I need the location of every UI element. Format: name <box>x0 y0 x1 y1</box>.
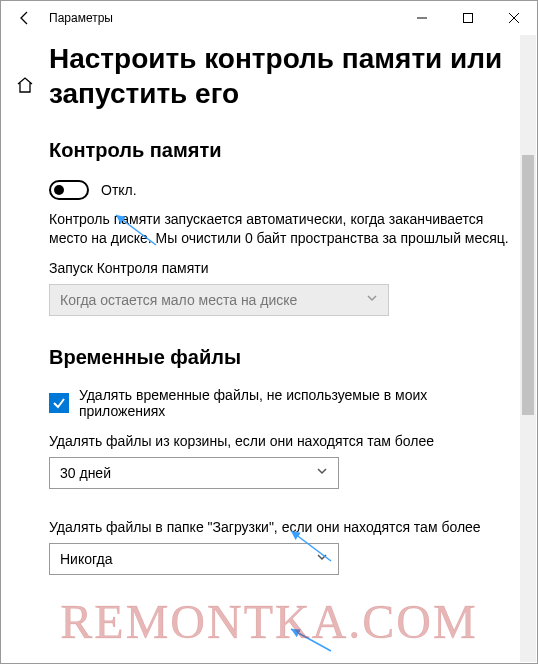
downloads-dropdown[interactable]: Никогда <box>49 543 339 575</box>
run-storage-sense-dropdown: Когда остается мало места на диске <box>49 284 389 316</box>
storage-sense-toggle-label: Откл. <box>101 182 137 198</box>
chevron-down-icon <box>316 551 328 566</box>
storage-sense-description: Контроль памяти запускается автоматическ… <box>49 210 515 248</box>
vertical-scrollbar[interactable] <box>520 35 536 662</box>
chevron-down-icon <box>316 465 328 480</box>
storage-sense-heading: Контроль памяти <box>49 139 515 162</box>
run-storage-sense-value: Когда остается мало места на диске <box>60 292 297 308</box>
delete-temp-files-checkbox[interactable] <box>49 393 69 413</box>
back-button[interactable] <box>11 4 39 32</box>
home-button[interactable] <box>5 65 45 105</box>
page-title: Настроить контроль памяти или запустить … <box>49 41 515 111</box>
storage-sense-toggle[interactable] <box>49 180 89 200</box>
svg-rect-1 <box>464 14 473 23</box>
chevron-down-icon <box>366 292 378 307</box>
maximize-button[interactable] <box>445 1 491 35</box>
recycle-bin-value: 30 дней <box>60 465 111 481</box>
minimize-button[interactable] <box>399 1 445 35</box>
recycle-bin-dropdown[interactable]: 30 дней <box>49 457 339 489</box>
temp-files-heading: Временные файлы <box>49 346 515 369</box>
downloads-label: Удалять файлы в папке "Загрузки", если о… <box>49 519 515 535</box>
scrollbar-thumb[interactable] <box>522 155 534 415</box>
close-button[interactable] <box>491 1 537 35</box>
delete-temp-files-label: Удалять временные файлы, не используемые… <box>79 387 515 419</box>
run-storage-sense-label: Запуск Контроля памяти <box>49 260 515 276</box>
recycle-bin-label: Удалять файлы из корзины, если они наход… <box>49 433 515 449</box>
window-title: Параметры <box>49 11 399 25</box>
downloads-value: Никогда <box>60 551 112 567</box>
